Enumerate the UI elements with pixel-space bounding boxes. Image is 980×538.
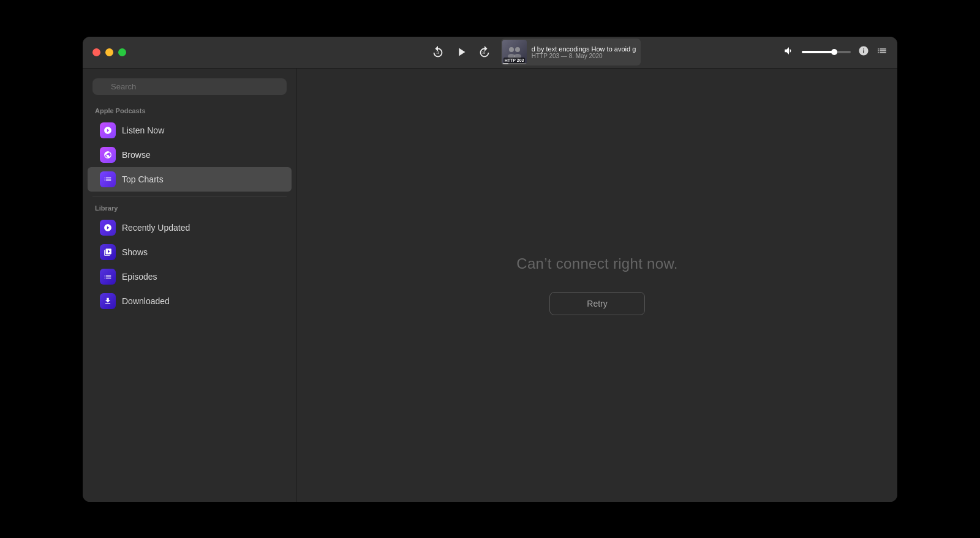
podcast-thumbnail: HTTP 203 xyxy=(502,40,527,64)
episode-title: d by text encodings How to avoid g xyxy=(532,45,636,53)
rewind-icon: 15 xyxy=(431,45,445,59)
sidebar-item-recently-updated[interactable]: Recently Updated xyxy=(88,215,292,240)
library-label: Library xyxy=(83,202,296,215)
svg-point-2 xyxy=(509,47,514,52)
shows-icon xyxy=(100,244,116,260)
shows-label: Shows xyxy=(122,247,148,257)
episodes-label: Episodes xyxy=(122,272,157,282)
info-button[interactable] xyxy=(858,45,869,59)
player-controls: 15 30 xyxy=(297,39,775,65)
sidebar-divider xyxy=(92,196,287,197)
svg-point-3 xyxy=(515,47,520,52)
sidebar-item-shows[interactable]: Shows xyxy=(88,240,292,264)
sidebar-item-browse[interactable]: Browse xyxy=(88,143,292,167)
recently-updated-label: Recently Updated xyxy=(122,223,190,233)
rewind-button[interactable]: 15 xyxy=(431,45,445,59)
play-button[interactable] xyxy=(454,45,468,59)
volume-slider[interactable] xyxy=(802,51,851,53)
content-area: Can’t connect right now. Retry xyxy=(297,69,897,502)
traffic-lights xyxy=(83,48,297,56)
svg-text:30: 30 xyxy=(482,51,486,54)
volume-knob xyxy=(831,49,837,55)
sidebar-item-top-charts[interactable]: Top Charts xyxy=(88,167,292,192)
volume-icon xyxy=(783,45,794,59)
now-playing-info: d by text encodings How to avoid g HTTP … xyxy=(532,45,636,59)
downloaded-label: Downloaded xyxy=(122,296,170,306)
sidebar-item-downloaded[interactable]: Downloaded xyxy=(88,289,292,313)
search-input[interactable] xyxy=(92,78,287,95)
now-playing[interactable]: HTTP 203 d by text encodings How to avoi… xyxy=(501,39,641,65)
progress-bar xyxy=(502,63,527,64)
search-wrapper xyxy=(92,78,287,95)
top-charts-icon xyxy=(100,171,116,187)
list-button[interactable] xyxy=(876,45,888,59)
thumbnail-label: HTTP 203 xyxy=(503,58,526,63)
episode-subtitle: HTTP 203 — 8. May 2020 xyxy=(532,53,636,59)
listen-now-icon xyxy=(100,122,116,138)
listen-now-label: Listen Now xyxy=(122,125,164,135)
search-container xyxy=(83,78,296,105)
main-content: Apple Podcasts Listen Now Browse xyxy=(83,69,897,502)
title-bar: 15 30 xyxy=(83,37,897,69)
error-message: Can’t connect right now. xyxy=(516,255,677,272)
close-button[interactable] xyxy=(92,48,100,56)
browse-icon xyxy=(100,147,116,163)
sidebar-item-episodes[interactable]: Episodes xyxy=(88,264,292,289)
sidebar-item-listen-now[interactable]: Listen Now xyxy=(88,118,292,143)
minimize-button[interactable] xyxy=(105,48,113,56)
browse-label: Browse xyxy=(122,150,151,160)
recently-updated-icon xyxy=(100,220,116,236)
apple-podcasts-label: Apple Podcasts xyxy=(83,105,296,118)
forward-icon: 30 xyxy=(478,45,491,59)
forward-button[interactable]: 30 xyxy=(478,45,491,59)
retry-button[interactable]: Retry xyxy=(549,292,644,315)
top-charts-label: Top Charts xyxy=(122,174,164,184)
maximize-button[interactable] xyxy=(118,48,126,56)
episodes-icon xyxy=(100,269,116,285)
sidebar: Apple Podcasts Listen Now Browse xyxy=(83,69,297,502)
svg-text:15: 15 xyxy=(436,51,440,54)
right-controls xyxy=(775,45,897,59)
app-window: 15 30 xyxy=(83,37,897,502)
downloaded-icon xyxy=(100,293,116,309)
play-icon xyxy=(454,45,468,59)
progress-fill xyxy=(502,63,508,64)
